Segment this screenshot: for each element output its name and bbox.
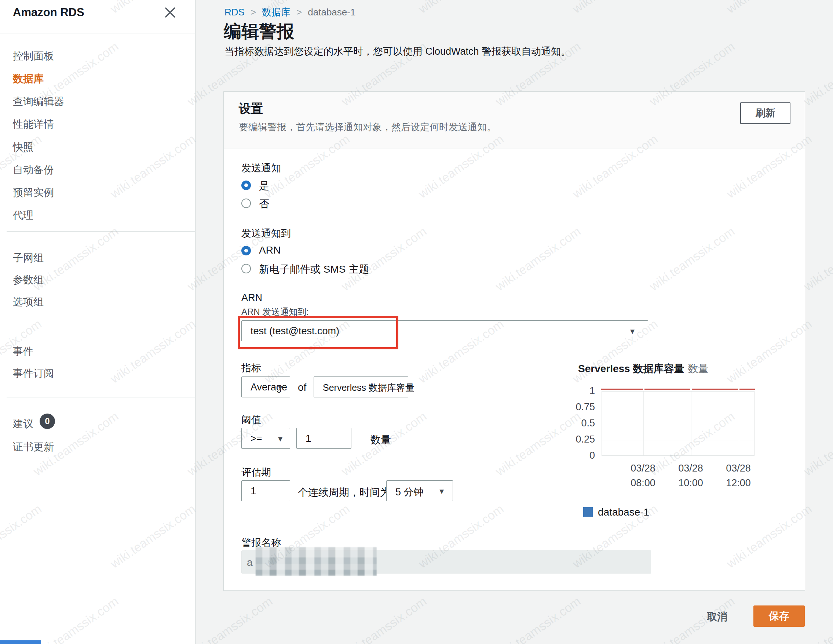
sidebar-header-divider	[0, 33, 196, 34]
metric-connector-text: of	[298, 382, 306, 393]
page-title: 编辑警报	[224, 20, 294, 43]
radio-yes-label[interactable]: 是	[259, 179, 269, 193]
y-axis-tick: 0.25	[569, 434, 595, 445]
page-subtitle: 当指标数据达到您设定的水平时，您可以使用 CloudWatch 警报获取自动通知…	[225, 45, 571, 58]
watermark-text: wiki.teamssix.com	[339, 594, 429, 644]
chart-title-metric: Serverless 数据库容量	[578, 363, 684, 374]
radio-arn-icon[interactable]	[241, 246, 251, 255]
line-segment	[692, 389, 738, 390]
watermark-text: wiki.teamssix.com	[801, 409, 833, 478]
line-segment	[601, 389, 643, 390]
settings-panel-header: 设置 要编辑警报，首先请选择通知对象，然后设定何时发送通知。 刷新	[224, 92, 805, 149]
panel-title: 设置	[239, 101, 263, 117]
chevron-down-icon: ▼	[397, 383, 404, 392]
sidebar-item-events[interactable]: 事件	[13, 345, 34, 359]
threshold-value-input[interactable]: 1	[296, 428, 351, 449]
line-segment	[645, 389, 690, 390]
gridline	[739, 391, 739, 456]
sidebar-item-event-subscriptions[interactable]: 事件订阅	[13, 367, 54, 380]
gridline	[602, 408, 754, 408]
breadcrumb-link-databases[interactable]: 数据库	[262, 6, 291, 18]
threshold-label: 阈值	[241, 413, 261, 427]
chevron-right-icon: >	[296, 6, 302, 18]
chevron-down-icon: ▼	[277, 383, 284, 392]
arn-heading: ARN	[241, 292, 262, 303]
sidebar-item-parameter-groups[interactable]: 参数组	[13, 273, 43, 287]
rds-edit-alarm-page: Amazon RDS 控制面板 数据库 查询编辑器 性能详情 快照 自动备份 预…	[0, 0, 833, 644]
watermark-text: wiki.teamssix.com	[801, 594, 833, 644]
period-length-select[interactable]: 5 分钟 ▼	[386, 480, 453, 501]
metric-label: 指标	[241, 361, 261, 375]
sidebar: Amazon RDS 控制面板 数据库 查询编辑器 性能详情 快照 自动备份 预…	[0, 0, 196, 644]
watermark-text: wiki.teamssix.com	[570, 0, 661, 16]
metric-select[interactable]: Serverless 数据库容量 ▼	[314, 377, 408, 398]
breadcrumb: RDS>数据库>database-1	[225, 6, 355, 19]
refresh-button[interactable]: 刷新	[740, 102, 790, 124]
chevron-right-icon: >	[251, 6, 256, 18]
watermark-text: wiki.teamssix.com	[416, 0, 507, 16]
radio-yes-icon[interactable]	[241, 180, 251, 190]
x-tick-date: 03/28	[714, 461, 762, 476]
sidebar-item-query-editor[interactable]: 查询编辑器	[13, 95, 64, 109]
sidebar-item-dashboard[interactable]: 控制面板	[13, 49, 54, 63]
y-axis-tick: 0.5	[569, 418, 595, 429]
radio-arn-label[interactable]: ARN	[259, 245, 281, 256]
close-icon[interactable]	[164, 6, 178, 21]
sidebar-item-databases[interactable]: 数据库	[13, 72, 43, 86]
statistic-select[interactable]: Average ▼	[241, 377, 290, 398]
scrollbar-fragment	[0, 640, 41, 644]
sidebar-title: Amazon RDS	[13, 6, 84, 19]
x-tick-date: 03/28	[619, 461, 667, 476]
evaluation-period-suffix: 个连续周期，时间为	[298, 485, 390, 499]
x-tick-time: 08:00	[619, 476, 667, 490]
watermark-text: wiki.teamssix.com	[801, 39, 833, 109]
gridline	[691, 391, 691, 456]
radio-no-icon[interactable]	[241, 198, 251, 208]
alarm-name-input[interactable]: a	[241, 551, 651, 573]
sidebar-divider	[6, 397, 195, 398]
threshold-operator-select[interactable]: >= ▼	[241, 428, 290, 449]
sidebar-item-performance-insights[interactable]: 性能详情	[13, 118, 54, 131]
save-button[interactable]: 保存	[753, 605, 805, 627]
alarm-name-blur-mask	[256, 547, 377, 576]
line-segment	[740, 389, 755, 390]
chevron-down-icon: ▼	[277, 435, 284, 443]
sidebar-divider	[6, 326, 195, 326]
y-axis-tick: 1	[569, 385, 595, 397]
sidebar-item-option-groups[interactable]: 选项组	[13, 295, 43, 309]
sidebar-item-automated-backups[interactable]: 自动备份	[13, 163, 54, 177]
sidebar-item-snapshots[interactable]: 快照	[13, 140, 34, 154]
watermark-text: wiki.teamssix.com	[724, 0, 815, 16]
legend-swatch	[583, 507, 593, 517]
sidebar-item-proxies[interactable]: 代理	[13, 208, 34, 222]
radio-email-sms-label[interactable]: 新电子邮件或 SMS 主题	[259, 262, 369, 276]
watermark-text: wiki.teamssix.com	[493, 594, 584, 644]
sidebar-item-certificate-update[interactable]: 证书更新	[13, 440, 54, 454]
chart-title: Serverless 数据库容量数量	[578, 362, 708, 376]
x-tick-date: 03/28	[667, 461, 714, 476]
threshold-operator-value: >=	[251, 433, 262, 444]
legend-label: database-1	[598, 506, 649, 518]
gridline	[602, 424, 754, 424]
gridline	[643, 391, 644, 456]
breadcrumb-link-rds[interactable]: RDS	[225, 6, 244, 18]
chevron-down-icon: ▼	[438, 487, 445, 496]
sidebar-item-reserved-instances[interactable]: 预留实例	[13, 186, 54, 200]
alarm-name-masked-text: a	[247, 557, 253, 568]
panel-description: 要编辑警报，首先请选择通知对象，然后设定何时发送通知。	[239, 121, 496, 134]
radio-no-label[interactable]: 否	[259, 197, 269, 211]
x-axis-tick: 03/28 10:00	[667, 461, 714, 490]
sidebar-item-recommendations[interactable]: 建议	[13, 417, 34, 431]
cancel-button[interactable]: 取消	[697, 610, 737, 624]
threshold-unit-label: 数量	[370, 433, 391, 447]
radio-email-sms-icon[interactable]	[241, 264, 251, 274]
send-notification-label: 发送通知	[241, 161, 281, 175]
evaluation-period-label: 评估期	[241, 466, 271, 479]
evaluation-period-input[interactable]: 1	[241, 480, 290, 501]
annotation-red-box	[238, 316, 398, 349]
period-length-value: 5 分钟	[396, 485, 424, 499]
sidebar-divider	[6, 231, 195, 232]
send-to-label: 发送通知到	[241, 227, 291, 240]
sidebar-item-subnet-groups[interactable]: 子网组	[13, 251, 43, 265]
x-tick-time: 12:00	[714, 476, 762, 490]
